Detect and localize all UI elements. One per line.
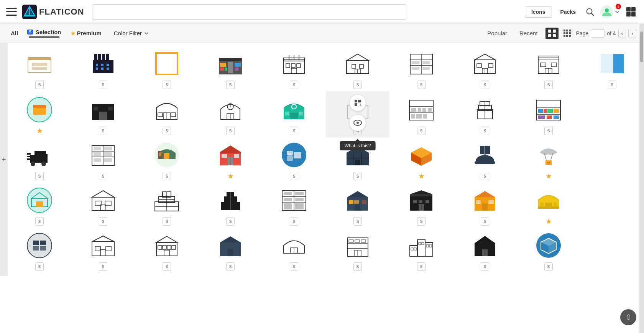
search-input[interactable]: warehouse — [97, 8, 401, 15]
icon-cell[interactable]: S — [199, 183, 262, 228]
icon-badge-s: S — [163, 172, 171, 180]
icon-cell[interactable]: S — [580, 46, 644, 91]
svg-rect-268 — [228, 249, 233, 256]
icon-badge-s: S — [417, 81, 426, 89]
icon-image — [217, 50, 244, 77]
svg-rect-278 — [355, 240, 360, 242]
add-to-collection-btn[interactable]: + — [349, 94, 366, 111]
icon-cell[interactable]: S — [262, 46, 326, 91]
icon-cell[interactable]: S — [453, 46, 517, 91]
icon-cell[interactable]: S — [453, 228, 517, 273]
icon-cell[interactable]: S — [71, 91, 135, 137]
icon-cell[interactable]: ★ — [389, 137, 453, 183]
svg-rect-132 — [538, 109, 543, 113]
svg-rect-108 — [358, 100, 361, 102]
icon-cell[interactable]: S — [135, 183, 199, 228]
icon-cell[interactable]: S — [8, 46, 71, 91]
icon-cell[interactable]: S — [389, 46, 453, 91]
icon-image — [89, 141, 117, 169]
icon-cell[interactable]: S — [389, 183, 453, 228]
icon-cell[interactable]: S — [453, 183, 517, 228]
page-input[interactable]: 1 — [591, 29, 605, 38]
icon-cell[interactable]: S — [199, 91, 262, 137]
icon-cell[interactable]: S — [199, 46, 262, 91]
logo[interactable]: FLATICON — [22, 5, 84, 19]
icon-cell[interactable]: ★ — [517, 137, 580, 183]
svg-rect-47 — [235, 63, 241, 67]
svg-rect-105 — [299, 112, 303, 115]
svg-rect-252 — [33, 246, 39, 251]
icon-cell[interactable]: S — [262, 91, 326, 137]
prev-page-button[interactable]: ‹ — [618, 29, 626, 38]
icon-image — [535, 96, 562, 124]
icon-cell[interactable]: S — [389, 91, 453, 137]
preview-btn[interactable] — [349, 114, 366, 131]
icon-cell[interactable]: S — [8, 137, 71, 183]
icon-cell[interactable]: S — [135, 228, 199, 273]
tab-popular[interactable]: Popular — [483, 30, 512, 36]
scrollbar-thumb[interactable] — [640, 31, 643, 62]
icon-cell[interactable]: ★ — [8, 91, 71, 137]
icon-cell[interactable]: S — [135, 91, 199, 137]
grid-view-btn[interactable] — [624, 5, 638, 19]
search-button[interactable] — [584, 6, 596, 18]
icon-cell[interactable]: S — [71, 46, 135, 91]
tab-all[interactable]: All — [8, 30, 21, 36]
icon-cell[interactable]: S — [71, 228, 135, 273]
tab-premium[interactable]: ★ Premium — [67, 30, 105, 36]
icon-image — [217, 141, 244, 169]
svg-rect-117 — [418, 108, 421, 112]
icon-cell[interactable]: S — [262, 137, 326, 183]
next-page-button[interactable]: › — [628, 29, 636, 38]
icon-cell[interactable]: S — [8, 183, 71, 228]
icon-cell[interactable]: S — [71, 183, 135, 228]
grid-view-large[interactable] — [545, 28, 559, 39]
svg-rect-23 — [566, 35, 568, 37]
icon-cell[interactable]: S — [453, 137, 517, 183]
svg-rect-122 — [423, 114, 427, 119]
svg-marker-225 — [347, 191, 368, 197]
icon-cell[interactable]: ★ — [199, 137, 262, 183]
icon-cell[interactable]: S — [71, 137, 135, 183]
svg-rect-246 — [540, 203, 544, 206]
svg-rect-22 — [564, 35, 565, 37]
svg-marker-73 — [475, 54, 495, 60]
icon-cell[interactable]: S — [262, 183, 326, 228]
icon-badge-s: S — [99, 172, 107, 180]
icons-tab-btn[interactable]: Icons — [525, 6, 552, 18]
icon-badge-s: S — [35, 262, 44, 271]
icon-cell[interactable]: S — [326, 228, 389, 273]
icon-cell[interactable]: S — [8, 228, 71, 273]
icon-cell[interactable]: S — [453, 91, 517, 137]
svg-rect-235 — [419, 200, 422, 203]
icon-cell-hovered[interactable]: + S What is this? — [326, 91, 389, 137]
icon-cell[interactable]: S — [517, 91, 580, 137]
icon-cell[interactable]: S — [517, 46, 580, 91]
svg-rect-60 — [352, 64, 356, 68]
svg-rect-242 — [476, 200, 481, 204]
sidebar-add-button[interactable]: + — [0, 43, 8, 276]
tab-recent[interactable]: Recent — [515, 30, 542, 36]
icon-cell[interactable]: S — [199, 228, 262, 273]
icon-badge-crown: ★ — [226, 172, 235, 180]
icon-cell[interactable]: S — [326, 46, 389, 91]
color-filter-button[interactable]: Color Filter — [108, 30, 155, 36]
icon-cell[interactable]: S — [135, 46, 199, 91]
icon-cell[interactable]: S — [326, 183, 389, 228]
packs-tab-btn[interactable]: Packs — [557, 7, 580, 17]
icon-cell[interactable]: S — [262, 228, 326, 273]
pagination: Page 1 of 4 ‹ › — [576, 29, 636, 38]
hamburger-menu[interactable] — [6, 8, 17, 16]
icon-cell[interactable]: S — [517, 228, 580, 273]
svg-rect-93 — [108, 107, 113, 110]
chevron-down-icon — [615, 10, 619, 14]
icon-cell[interactable]: S — [389, 228, 453, 273]
icon-cell[interactable]: ★ — [517, 183, 580, 228]
scrollbar[interactable] — [639, 24, 644, 276]
grid-view-small[interactable] — [562, 28, 573, 39]
tab-selection[interactable]: S Selection — [24, 29, 64, 35]
icon-image — [217, 96, 244, 124]
icon-cell[interactable]: S — [135, 137, 199, 183]
svg-rect-81 — [551, 63, 557, 67]
svg-rect-250 — [33, 241, 39, 245]
